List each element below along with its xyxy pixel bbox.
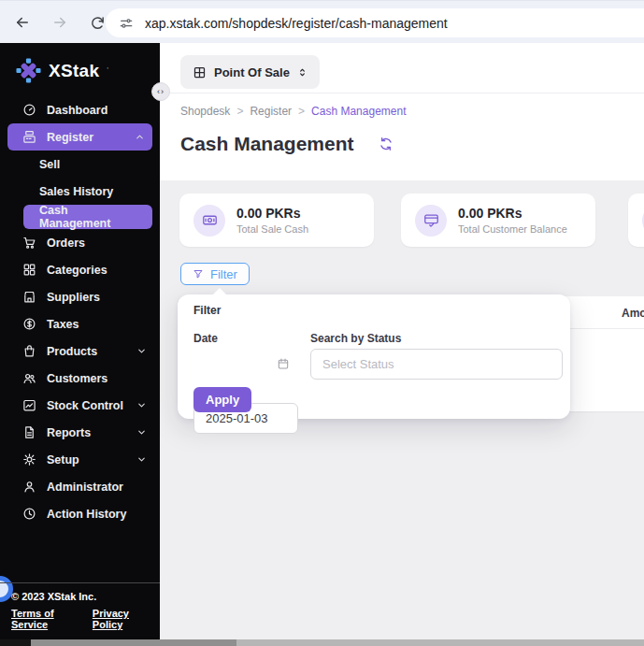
collapse-chevrons-icon: ‹› bbox=[157, 87, 165, 96]
credit-card-icon bbox=[415, 205, 447, 237]
sidebar-item-suppliers[interactable]: Suppliers bbox=[0, 283, 160, 310]
stock-control-icon bbox=[22, 398, 36, 412]
sidebar-item-customers[interactable]: Customers bbox=[0, 365, 160, 392]
stat-label: Total Customer Balance bbox=[458, 223, 567, 235]
status-select-input[interactable] bbox=[310, 349, 563, 380]
calendar-icon[interactable] bbox=[277, 357, 290, 370]
breadcrumb-cash-management[interactable]: Cash Management bbox=[311, 105, 406, 118]
orders-icon bbox=[22, 236, 36, 250]
chevron-up-icon bbox=[135, 132, 145, 142]
privacy-policy-link[interactable]: Privacy Policy bbox=[93, 608, 149, 630]
browser-forward-button[interactable] bbox=[49, 11, 71, 34]
browser-toolbar: xap.xstak.com/shopdesk/register/cash-man… bbox=[0, 0, 644, 43]
horizontal-scrollbar bbox=[0, 639, 644, 646]
page-title: Cash Management bbox=[180, 133, 354, 155]
content-body: 0.00 PKRs Total Sale Cash 0.00 PKRs Tota… bbox=[160, 180, 644, 639]
breadcrumb-separator: > bbox=[236, 105, 243, 118]
grid-icon bbox=[193, 65, 207, 79]
stat-card-total-customer-balance: 0.00 PKRs Total Customer Balance bbox=[401, 194, 595, 247]
logo-trademark: ʼ bbox=[107, 66, 108, 75]
stat-value: 0.00 PKRs bbox=[236, 206, 308, 221]
scrollbar-corner bbox=[0, 639, 31, 646]
sidebar-item-products[interactable]: Products bbox=[0, 337, 160, 365]
sidebar-footer: © 2023 XStak Inc. Terms of Service Priva… bbox=[0, 582, 160, 639]
sidebar-item-dashboard[interactable]: Dashboard bbox=[0, 96, 160, 123]
sidebar-item-register[interactable]: Register bbox=[7, 123, 152, 151]
browser-back-button[interactable] bbox=[11, 11, 34, 34]
status-label: Search by Status bbox=[310, 332, 401, 345]
refresh-icon[interactable] bbox=[379, 136, 394, 151]
chevron-down-icon bbox=[136, 400, 147, 410]
filter-panel-title: Filter bbox=[193, 304, 221, 317]
logo[interactable]: XStakʼ bbox=[0, 43, 160, 89]
sidebar-nav: Dashboard Register Sell Sales History Ca… bbox=[0, 96, 160, 527]
filter-popover: Filter Date Search by Status Apply bbox=[178, 294, 570, 419]
customers-icon bbox=[22, 371, 36, 385]
stat-card-total-sale-cash: 0.00 PKRs Total Sale Cash bbox=[179, 194, 374, 247]
suppliers-icon bbox=[22, 290, 36, 304]
sidebar-item-action-history[interactable]: Action History bbox=[0, 500, 160, 527]
sidebar-item-sell[interactable]: Sell bbox=[0, 151, 160, 178]
filter-button[interactable]: Filter bbox=[180, 263, 250, 285]
chevron-down-icon bbox=[136, 454, 147, 465]
table-header-amount: Amount bbox=[622, 307, 644, 320]
url-bar[interactable]: xap.xstak.com/shopdesk/register/cash-man… bbox=[106, 8, 644, 37]
breadcrumb: Shopdesk > Register > Cash Management bbox=[180, 105, 406, 118]
logo-wordmark: XStak bbox=[49, 61, 99, 81]
sidebar-collapse-button[interactable]: ‹› bbox=[151, 82, 170, 101]
administrator-icon bbox=[22, 480, 36, 494]
top-header-bar: Point Of Sale bbox=[160, 43, 644, 93]
apply-button[interactable]: Apply bbox=[193, 387, 251, 412]
sidebar-item-setup[interactable]: Setup bbox=[0, 446, 160, 473]
sidebar-item-categories[interactable]: Categories bbox=[0, 256, 160, 283]
dashboard-icon bbox=[22, 103, 36, 117]
back-arrow-icon bbox=[14, 14, 31, 31]
sidebar-item-orders[interactable]: Orders bbox=[0, 229, 160, 256]
store-selector-button[interactable]: Point Of Sale bbox=[180, 55, 320, 89]
copyright-text: © 2023 XStak Inc. bbox=[11, 591, 149, 602]
sidebar-item-sales-history[interactable]: Sales History bbox=[0, 178, 160, 205]
action-history-icon bbox=[22, 507, 36, 521]
sidebar-item-stock-control[interactable]: Stock Control bbox=[0, 392, 160, 419]
breadcrumb-separator: > bbox=[298, 105, 305, 118]
sidebar: XStakʼ Dashboard Register Sell Sales His… bbox=[0, 43, 160, 639]
breadcrumb-register[interactable]: Register bbox=[250, 105, 292, 118]
banknote-icon bbox=[193, 205, 225, 237]
stat-card-partial bbox=[628, 194, 644, 247]
chevron-down-icon bbox=[136, 346, 147, 356]
register-icon bbox=[22, 130, 36, 144]
url-text: xap.xstak.com/shopdesk/register/cash-man… bbox=[145, 16, 448, 31]
xstak-logo-icon bbox=[16, 58, 41, 83]
breadcrumb-shopdesk[interactable]: Shopdesk bbox=[180, 105, 230, 118]
funnel-icon bbox=[193, 268, 204, 280]
date-label: Date bbox=[193, 332, 218, 345]
stat-value: 0.00 PKRs bbox=[458, 206, 567, 221]
products-icon bbox=[22, 344, 36, 358]
forward-arrow-icon bbox=[51, 14, 68, 31]
reload-icon bbox=[90, 15, 106, 31]
filter-button-label: Filter bbox=[210, 267, 237, 281]
store-selector-label: Point Of Sale bbox=[214, 65, 290, 79]
chevron-down-icon bbox=[136, 427, 147, 438]
site-settings-icon[interactable] bbox=[119, 16, 134, 31]
stat-label: Total Sale Cash bbox=[236, 223, 308, 235]
main-content: Point Of Sale Shopdesk > Register > Cash… bbox=[160, 43, 644, 639]
sidebar-item-cash-management[interactable]: Cash Management bbox=[23, 205, 152, 229]
taxes-icon bbox=[22, 317, 36, 331]
sidebar-item-taxes[interactable]: Taxes bbox=[0, 310, 160, 337]
reports-icon bbox=[22, 425, 36, 439]
sort-updown-icon bbox=[297, 67, 308, 78]
terms-of-service-link[interactable]: Terms of Service bbox=[11, 608, 78, 630]
sidebar-item-administrator[interactable]: Administrator bbox=[0, 473, 160, 500]
categories-icon bbox=[22, 263, 36, 277]
page-header: Shopdesk > Register > Cash Management Ca… bbox=[160, 93, 644, 180]
horizontal-scrollbar-thumb[interactable] bbox=[31, 639, 236, 646]
sidebar-item-reports[interactable]: Reports bbox=[0, 419, 160, 446]
setup-icon bbox=[22, 452, 36, 467]
